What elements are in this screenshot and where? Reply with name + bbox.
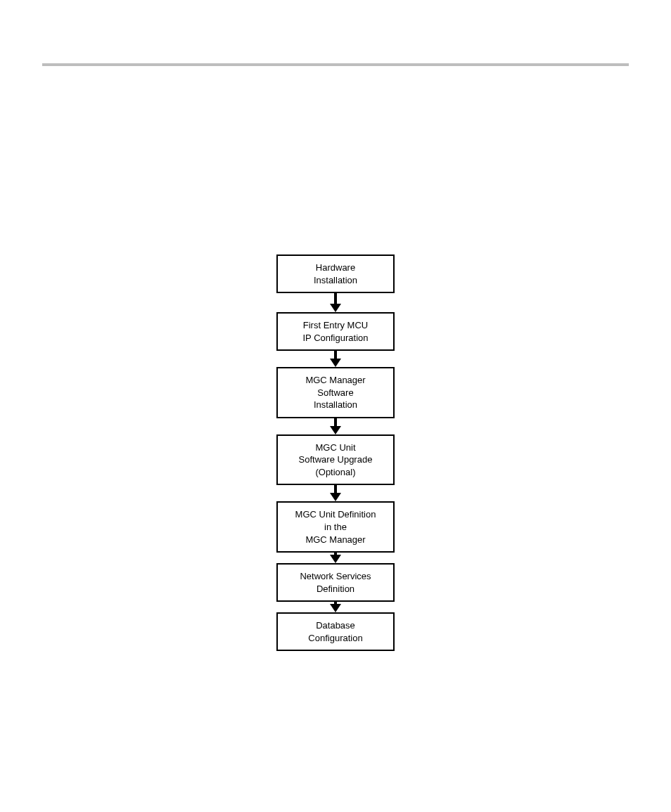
- arrow-down-icon: [330, 555, 341, 563]
- box-line: Installation: [282, 274, 389, 287]
- arrow-down-icon: [330, 493, 341, 501]
- arrow-down-icon: [330, 426, 341, 434]
- flow-arrow: [330, 553, 341, 563]
- box-line: Database: [282, 619, 389, 632]
- flow-arrow: [330, 602, 341, 612]
- flow-box-hardware-installation: Hardware Installation: [276, 254, 395, 293]
- header-divider: [42, 63, 629, 66]
- flow-arrow: [330, 351, 341, 367]
- page: Hardware Installation First Entry MCU IP…: [0, 0, 671, 812]
- box-line: MGC Manager: [282, 374, 389, 387]
- flow-box-mgc-unit-software-upgrade: MGC Unit Software Upgrade (Optional): [276, 434, 395, 486]
- box-line: MGC Unit: [282, 442, 389, 454]
- arrow-shaft: [334, 293, 337, 304]
- box-line: Software: [282, 387, 389, 399]
- flow-box-first-entry-mcu-ip-config: First Entry MCU IP Configuration: [276, 312, 395, 351]
- box-line: IP Configuration: [282, 332, 389, 344]
- box-line: Software Upgrade: [282, 453, 389, 466]
- flow-arrow: [330, 418, 341, 434]
- box-line: Definition: [282, 583, 389, 595]
- flow-box-database-configuration: Database Configuration: [276, 612, 395, 651]
- arrow-down-icon: [330, 304, 341, 312]
- flow-box-mgc-manager-software-install: MGC Manager Software Installation: [276, 367, 395, 418]
- box-line: (Optional): [282, 466, 389, 479]
- box-line: in the: [282, 521, 389, 534]
- flow-box-network-services-definition: Network Services Definition: [276, 563, 395, 602]
- box-line: First Entry MCU: [282, 319, 389, 332]
- box-line: MGC Manager: [282, 534, 389, 546]
- flow-arrow: [330, 293, 341, 312]
- box-line: Installation: [282, 399, 389, 411]
- arrow-down-icon: [330, 604, 341, 612]
- box-line: MGC Unit Definition: [282, 508, 389, 521]
- flow-box-mgc-unit-definition: MGC Unit Definition in the MGC Manager: [276, 501, 395, 553]
- box-line: Configuration: [282, 632, 389, 645]
- flow-arrow: [330, 485, 341, 501]
- box-line: Hardware: [282, 262, 389, 274]
- box-line: Network Services: [282, 570, 389, 583]
- arrow-down-icon: [330, 359, 341, 367]
- flowchart: Hardware Installation First Entry MCU IP…: [276, 254, 395, 651]
